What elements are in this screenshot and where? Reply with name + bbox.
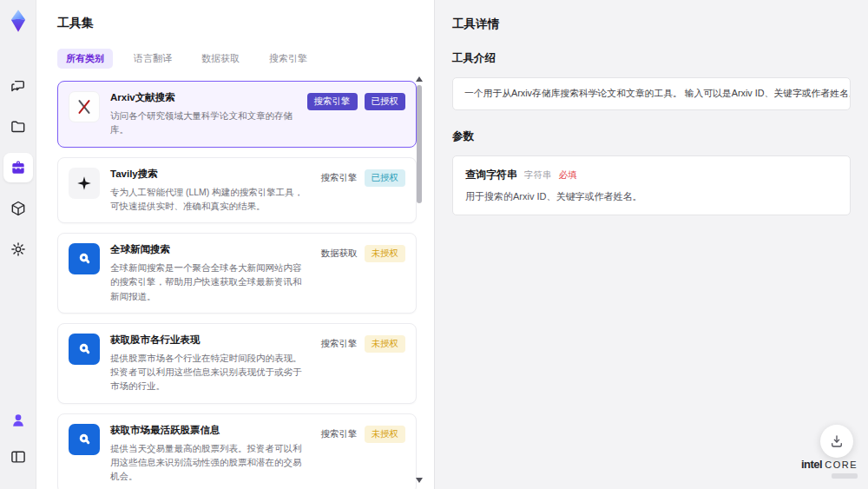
tool-card-sector-performance[interactable]: 获取股市各行业表现 提供股票市场各个行业在特定时间段内的表现。投资者可以利用这些… [57, 323, 417, 404]
category-label: 搜索引擎 [321, 338, 358, 350]
download-icon [829, 433, 845, 449]
tab-search-engine[interactable]: 搜索引擎 [260, 49, 316, 69]
app-logo[interactable] [6, 9, 30, 33]
category-badge: 搜索引擎 [307, 93, 358, 110]
brand-subline-decoration [832, 473, 858, 479]
panel-toggle-button[interactable] [3, 442, 33, 472]
arxiv-icon [69, 91, 100, 122]
tool-name: 获取股市各行业表现 [110, 334, 311, 347]
panel-toggle-icon [10, 448, 27, 466]
sidebar-nav [3, 71, 33, 275]
toolbox-icon [10, 159, 27, 176]
tool-name: 获取市场最活跃股票信息 [110, 424, 311, 437]
tab-language-translation[interactable]: 语言翻译 [125, 49, 181, 69]
sidebar-item-packages[interactable] [3, 194, 33, 223]
list-scrollbar[interactable] [416, 76, 423, 483]
sidebar-item-files[interactable] [3, 112, 33, 142]
tool-name: Tavily搜索 [110, 168, 311, 181]
status-badge: 已授权 [365, 169, 406, 187]
tool-description: 全球新闻搜索是一个聚合全球各大新闻网站内容的搜索引擎，帮助用户快速获取全球最新资… [110, 261, 311, 303]
tool-card-arxiv[interactable]: Arxiv文献搜索 访问各个研究领域大量科学论文和文章的存储库。 搜索引擎 已授… [57, 81, 417, 148]
scrollbar-thumb[interactable] [417, 85, 422, 203]
status-badge: 未授权 [365, 245, 406, 262]
sidebar-bottom [3, 406, 33, 489]
tool-card-tavily[interactable]: Tavily搜索 专为人工智能代理 (LLM) 构建的搜索引擎工具，可快速提供实… [57, 157, 417, 224]
user-avatar-button[interactable] [3, 406, 33, 435]
user-icon [10, 412, 27, 429]
logo-bottom-facet [10, 19, 24, 32]
tool-card-global-news[interactable]: 全球新闻搜索 全球新闻搜索是一个聚合全球各大新闻网站内容的搜索引擎，帮助用户快速… [57, 233, 417, 314]
param-description: 用于搜索的Arxiv ID、关键字或作者姓名。 [465, 190, 838, 203]
sidebar-item-chat[interactable] [3, 71, 33, 101]
scroll-up-arrow[interactable] [416, 76, 423, 82]
param-name: 查询字符串 [465, 168, 517, 182]
stock-search-icon [69, 334, 100, 365]
details-title: 工具详情 [452, 17, 851, 32]
tool-card-active-stocks[interactable]: 获取市场最活跃股票信息 提供当天交易量最高的股票列表。投资者可以利用这些信息来识… [57, 413, 417, 489]
intro-heading: 工具介绍 [452, 51, 851, 66]
tool-list-panel: 工具集 所有类别 语言翻译 数据获取 搜索引擎 Arxiv文献搜索 访问各个研究… [36, 0, 434, 489]
status-badge: 已授权 [365, 93, 406, 110]
gear-icon [10, 241, 27, 258]
scroll-down-arrow[interactable] [416, 478, 423, 483]
sparkle-icon [69, 168, 100, 199]
sidebar-item-settings[interactable] [3, 235, 33, 264]
param-required-badge: 必填 [559, 169, 577, 182]
page-title: 工具集 [57, 16, 434, 31]
tab-all-categories[interactable]: 所有类别 [57, 49, 113, 69]
logo-top-facet [10, 10, 24, 20]
brand-core-text: CORE [825, 459, 858, 470]
cube-icon [10, 200, 27, 217]
parameter-card: 查询字符串 字符串 必填 用于搜索的Arxiv ID、关键字或作者姓名。 [452, 155, 851, 215]
params-heading: 参数 [452, 129, 851, 144]
category-label: 数据获取 [321, 248, 358, 260]
news-search-icon [69, 243, 100, 274]
tool-description: 提供股票市场各个行业在特定时间段内的表现。投资者可以利用这些信息来识别表现优于或… [110, 351, 311, 393]
intel-core-brand: intel CORE [801, 458, 858, 479]
stock-search-icon [69, 424, 100, 455]
tool-details-panel: 工具详情 工具介绍 一个用于从Arxiv存储库搜索科学论文和文章的工具。 输入可… [434, 0, 868, 489]
category-label: 搜索引擎 [321, 428, 358, 440]
param-type: 字符串 [524, 169, 552, 182]
tab-data-fetch[interactable]: 数据获取 [193, 49, 248, 69]
tool-name: Arxiv文献搜索 [110, 91, 297, 104]
sidebar-item-toolbox[interactable] [3, 153, 33, 182]
tool-name: 全球新闻搜索 [110, 243, 311, 256]
tool-description: 提供当天交易量最高的股票列表。投资者可以利用这些信息来识别流动性强的股票和潜在的… [110, 441, 311, 484]
sidebar-rail [0, 0, 36, 489]
tool-description: 专为人工智能代理 (LLM) 构建的搜索引擎工具，可快速提供实时、准确和真实的结… [110, 185, 311, 214]
status-badge: 未授权 [365, 335, 406, 353]
tool-intro-text: 一个用于从Arxiv存储库搜索科学论文和文章的工具。 输入可以是Arxiv ID… [452, 77, 851, 110]
category-tabs: 所有类别 语言翻译 数据获取 搜索引擎 [57, 49, 434, 69]
category-label: 搜索引擎 [321, 172, 358, 184]
tool-list: Arxiv文献搜索 访问各个研究领域大量科学论文和文章的存储库。 搜索引擎 已授… [57, 81, 417, 489]
chat-icon [10, 77, 27, 95]
status-badge: 未授权 [365, 426, 406, 443]
tool-description: 访问各个研究领域大量科学论文和文章的存储库。 [110, 109, 297, 137]
download-button[interactable] [820, 425, 853, 458]
brand-intel-text: intel [801, 458, 822, 471]
folder-icon [10, 118, 27, 135]
